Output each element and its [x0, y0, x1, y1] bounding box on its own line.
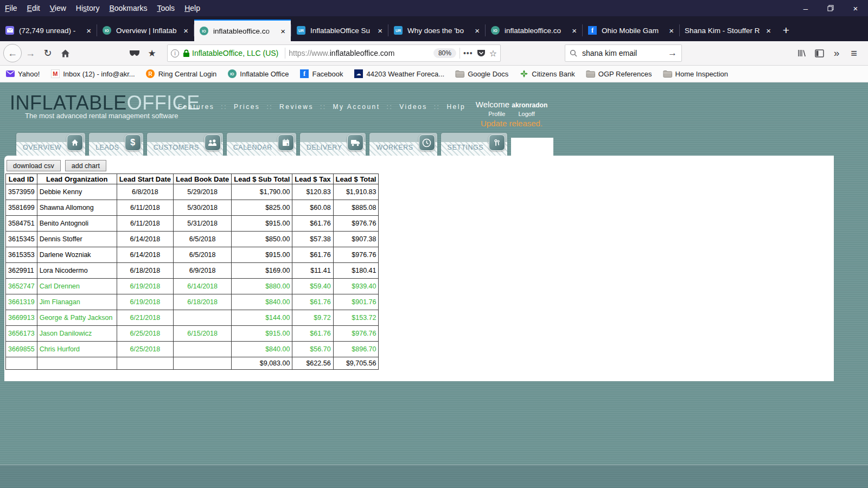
menu-bookmarks[interactable]: Bookmarks	[104, 4, 152, 12]
table-row[interactable]: 3615345Dennis Stoffer6/14/20186/5/2018$8…	[6, 232, 379, 247]
site-nav-features[interactable]: Features	[178, 103, 214, 111]
search-go-icon[interactable]: →	[668, 48, 677, 59]
bookmark-page-star-icon[interactable]: ☆	[489, 48, 497, 59]
column-header-2[interactable]: Lead Start Date	[117, 174, 173, 184]
cell-tax: $57.38	[292, 232, 333, 247]
forward-icon[interactable]: →	[22, 44, 39, 62]
browser-tab-6[interactable]: IOinflatableoffice.co×	[486, 20, 582, 41]
bookmark-facebook[interactable]: fFacebook	[299, 69, 343, 79]
browser-tab-8[interactable]: Shana Kim - Stouffer R×	[680, 20, 776, 41]
update-notice-link[interactable]: Update released.	[449, 119, 574, 128]
zoom-level-badge[interactable]: 80%	[433, 48, 456, 58]
minimize-button[interactable]: –	[793, 0, 818, 16]
sidebar-icon[interactable]	[810, 44, 828, 62]
menu-help[interactable]: Help	[180, 4, 205, 12]
app-tab-leads[interactable]: LEADS$	[89, 133, 143, 156]
column-header-3[interactable]: Lead Book Date	[174, 174, 232, 184]
site-nav-prices[interactable]: Prices	[234, 103, 260, 111]
bookmark-home-inspection[interactable]: Home Inspection	[663, 69, 729, 79]
tab-close-icon[interactable]: ×	[764, 26, 773, 35]
url-bar[interactable]: i InflatableOffice, LLC (US) https://www…	[167, 44, 501, 62]
back-icon[interactable]: ←	[3, 44, 22, 62]
table-row[interactable]: 3669913George & Patty Jackson6/21/2018$1…	[6, 310, 379, 326]
search-bar[interactable]: →	[565, 44, 682, 62]
browser-tab-3-active[interactable]: IOinflatableoffice.co×	[194, 20, 291, 41]
inflatableoffice-icon: IO	[199, 26, 209, 36]
tab-close-icon[interactable]: ×	[667, 26, 675, 35]
column-header-6[interactable]: Lead $ Total	[333, 174, 379, 184]
app-tab-delivery[interactable]: DELIVERY	[300, 133, 366, 156]
site-logo[interactable]: INFLATABLEOFFICE The most advanced renta…	[10, 91, 200, 120]
table-row[interactable]: 3573959Debbie Kenny6/8/20185/29/2018$1,7…	[6, 184, 379, 200]
bookmark-google-docs[interactable]: Google Docs	[455, 69, 508, 79]
table-row[interactable]: 3615353Darlene Wozniak6/14/20186/5/2018$…	[6, 247, 379, 263]
hamburger-menu-icon[interactable]: ≡	[845, 44, 863, 62]
reload-icon[interactable]: ↻	[39, 44, 56, 62]
browser-tab-4[interactable]: URInflatableOffice Su×	[291, 20, 388, 41]
profile-link[interactable]: Profile	[488, 111, 505, 117]
bookmark-ring-central-login[interactable]: RRing Central Login	[146, 69, 217, 79]
home-icon[interactable]	[56, 44, 74, 62]
browser-tab-1[interactable]: (72,749 unread) - ×	[0, 20, 97, 41]
site-identity-label[interactable]: InflatableOffice, LLC (US)	[192, 49, 278, 57]
table-row[interactable]: 3581699Shawna Allomong6/11/20185/30/2018…	[6, 200, 379, 216]
site-nav-my-account[interactable]: My Account	[333, 103, 380, 111]
table-row[interactable]: 3652747Carl Drennen6/19/20186/14/2018$88…	[6, 279, 379, 294]
page-info-icon[interactable]: i	[171, 49, 179, 57]
new-tab-button[interactable]: +	[776, 20, 796, 41]
menu-view[interactable]: View	[45, 4, 71, 12]
app-tab-calendar[interactable]: CALENDAR3	[227, 133, 296, 156]
tab-close-icon[interactable]: ×	[473, 26, 481, 35]
bookmark-star-extension-icon[interactable]: ★	[143, 44, 161, 62]
menu-history[interactable]: History	[71, 4, 105, 12]
close-button[interactable]: ×	[843, 0, 868, 16]
browser-tab-7[interactable]: fOhio Mobile Gam×	[583, 20, 679, 41]
app-tab-customers[interactable]: CUSTOMERS	[147, 133, 223, 156]
pocket-icon[interactable]	[477, 49, 486, 57]
table-row[interactable]: 3661319Jim Flanagan6/19/20186/18/2018$84…	[6, 294, 379, 310]
app-tab-overview[interactable]: OVERVIEW	[16, 133, 85, 156]
app-tab-workers[interactable]: WORKERS	[369, 133, 437, 156]
browser-tab-5[interactable]: URWhy does the 'bo×	[388, 20, 485, 41]
column-header-5[interactable]: Lead $ Tax	[292, 174, 333, 184]
restore-button[interactable]	[818, 0, 843, 16]
column-header-4[interactable]: Lead $ Sub Total	[232, 174, 292, 184]
cell-start: 6/11/2018	[117, 216, 173, 232]
page-actions-icon[interactable]: •••	[463, 49, 473, 57]
bookmark-44203-weather-foreca[interactable]: ☁44203 Weather Foreca...	[354, 69, 445, 79]
browser-tab-2[interactable]: IOOverview | Inflatab×	[97, 20, 194, 41]
download-csv-button[interactable]: download csv	[7, 160, 61, 171]
tab-close-icon[interactable]: ×	[85, 26, 93, 35]
bookmark-citizens-bank[interactable]: Citizens Bank	[519, 69, 575, 79]
site-nav-reviews[interactable]: Reviews	[279, 103, 314, 111]
table-row[interactable]: 3629911Lora Nicodermo6/18/20186/9/2018$1…	[6, 263, 379, 279]
column-header-1[interactable]: Lead Organization	[37, 174, 117, 184]
bookmark-inflatable-office[interactable]: IOInflatable Office	[227, 69, 289, 79]
site-nav-videos[interactable]: Videos	[399, 103, 427, 111]
bookmark-ogp-references[interactable]: OGP References	[586, 69, 652, 79]
overflow-chevron-icon[interactable]: »	[828, 44, 845, 62]
table-row[interactable]: 3656173Jason Danilowicz6/25/20186/15/201…	[6, 326, 379, 342]
tab-close-icon[interactable]: ×	[376, 26, 384, 35]
tab-close-icon[interactable]: ×	[182, 26, 190, 35]
library-icon[interactable]	[793, 44, 810, 62]
tab-close-icon[interactable]: ×	[570, 26, 578, 35]
url-text[interactable]: https://www.inflatableoffice.com	[289, 49, 433, 57]
menu-file[interactable]: File	[0, 4, 22, 12]
cell-tax: $56.70	[292, 342, 333, 357]
add-chart-button[interactable]: add chart	[65, 160, 106, 171]
bookmark-inbox-12-info-akr[interactable]: MInbox (12) - info@akr...	[50, 69, 135, 79]
menu-tools[interactable]: Tools	[152, 4, 180, 12]
containers-mask-icon[interactable]	[126, 44, 143, 62]
menu-edit[interactable]: Edit	[22, 4, 45, 12]
search-input[interactable]	[581, 48, 668, 58]
app-tab-settings[interactable]: SETTINGS	[441, 133, 508, 156]
app-tab-label: LEADS	[95, 144, 119, 151]
logoff-link[interactable]: Logoff	[518, 111, 534, 117]
column-header-0[interactable]: Lead ID	[6, 174, 37, 184]
bookmark-label: Citizens Bank	[532, 70, 575, 78]
bookmark-yahoo[interactable]: Yahoo!	[5, 69, 40, 79]
tab-close-icon[interactable]: ×	[279, 27, 287, 36]
table-row[interactable]: 3584751Benito Antognoli6/11/20185/31/201…	[6, 216, 379, 232]
table-row[interactable]: 3669855Chris Hurford6/25/2018$840.00$56.…	[6, 342, 379, 357]
